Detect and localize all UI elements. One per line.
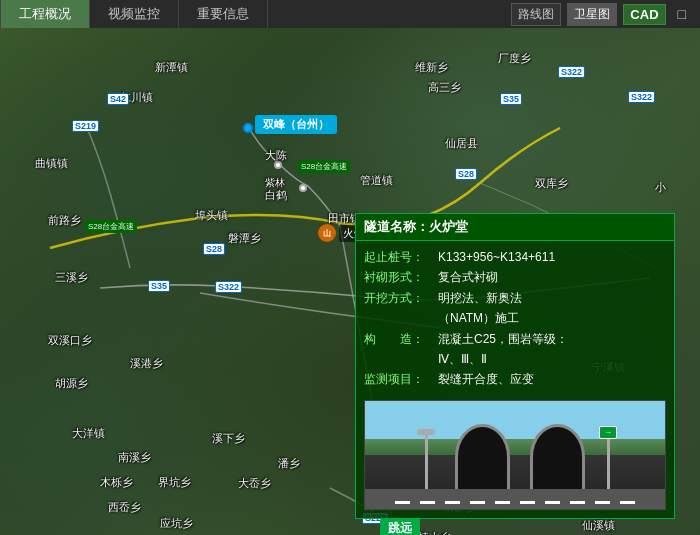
shield-s28-top: S28 bbox=[455, 168, 477, 180]
popup-row-5: 监测项目： 裂缝开合度、应变 bbox=[364, 369, 666, 389]
shield-s35-top: S35 bbox=[500, 93, 522, 105]
satellite-map-button[interactable]: 卫星图 bbox=[567, 3, 617, 26]
popup-value-2: 复合式衬砌 bbox=[438, 267, 498, 287]
popup-title: 隧道名称：火炉堂 bbox=[356, 214, 674, 241]
label-tiaoyuan: 跳远 bbox=[380, 518, 420, 535]
popup-value-4b: Ⅳ、Ⅲ、Ⅱ bbox=[438, 349, 487, 369]
popup-label-2: 衬砌形式： bbox=[364, 267, 434, 287]
cad-button[interactable]: CAD bbox=[623, 4, 665, 25]
map-controls: 路线图 卫星图 CAD □ bbox=[511, 0, 700, 28]
popup-value-3b: （NATM）施工 bbox=[438, 308, 519, 328]
popup-row-3b: （NATM）施工 bbox=[364, 308, 666, 328]
shield-s42: S42 bbox=[107, 93, 129, 105]
shield-s322-top: S322 bbox=[558, 66, 585, 78]
shield-s219: S219 bbox=[72, 120, 99, 132]
tab-video[interactable]: 视频监控 bbox=[90, 0, 179, 28]
popup-row-4: 构 造： 混凝土C25，围岩等级： bbox=[364, 329, 666, 349]
tunnel-img-hill bbox=[365, 439, 665, 455]
tunnel-hole-left bbox=[455, 424, 510, 489]
shield-s322-tr: S322 bbox=[628, 91, 655, 103]
popup-row-1: 起止桩号： K133+956~K134+611 bbox=[364, 247, 666, 267]
popup-row-2: 衬砌形式： 复合式衬砌 bbox=[364, 267, 666, 287]
dot-dachen bbox=[274, 161, 282, 169]
popup-value-1: K133+956~K134+611 bbox=[438, 247, 555, 267]
tunnel-road-sign: → bbox=[599, 426, 617, 439]
road-marking bbox=[395, 501, 635, 504]
dot-shuangfeng bbox=[243, 123, 253, 133]
popup-value-4: 混凝土C25，围岩等级： bbox=[438, 329, 568, 349]
tab-important[interactable]: 重要信息 bbox=[179, 0, 268, 28]
popup-label-3: 开挖方式： bbox=[364, 288, 434, 308]
popup-row-4b: Ⅳ、Ⅲ、Ⅱ bbox=[364, 349, 666, 369]
tunnel-image-sim: → bbox=[365, 401, 665, 509]
popup-tunnel-image: → bbox=[364, 400, 666, 510]
s28-highway-label-2: S28台金高速 bbox=[298, 160, 350, 173]
popup-value-3: 明挖法、新奥法 bbox=[438, 288, 522, 308]
tunnel-icon: 山 bbox=[318, 224, 336, 242]
popup-row-3: 开挖方式： 明挖法、新奥法 bbox=[364, 288, 666, 308]
tunnel-road bbox=[365, 489, 665, 509]
shield-s322-mid: S322 bbox=[215, 281, 242, 293]
tab-overview[interactable]: 工程概况 bbox=[0, 0, 90, 28]
tunnel-info-popup: 隧道名称：火炉堂 起止桩号： K133+956~K134+611 衬砌形式： 复… bbox=[355, 213, 675, 519]
popup-label-1: 起止桩号： bbox=[364, 247, 434, 267]
popup-label-3b bbox=[364, 308, 434, 328]
popup-label-4: 构 造： bbox=[364, 329, 434, 349]
popup-content: 起止桩号： K133+956~K134+611 衬砌形式： 复合式衬砌 开挖方式… bbox=[356, 241, 674, 396]
map-container[interactable]: 新潭镇 仁川镇 维新乡 高三乡 厂度乡 管道镇 仙居县 双库乡 曲镇镇 前路乡 … bbox=[0, 28, 700, 535]
popup-label-5: 监测项目： bbox=[364, 369, 434, 389]
popup-value-5: 裂缝开合度、应变 bbox=[438, 369, 534, 389]
top-bar: 工程概况 视频监控 重要信息 路线图 卫星图 CAD □ bbox=[0, 0, 700, 28]
pole-left bbox=[425, 429, 428, 489]
s28-highway-label-1: S28台金高速 bbox=[85, 220, 137, 233]
label-shuangfeng: 双峰（台州） bbox=[255, 115, 337, 134]
route-map-button[interactable]: 路线图 bbox=[511, 3, 561, 26]
popup-label-4b bbox=[364, 349, 434, 369]
shield-s35-mid: S35 bbox=[148, 280, 170, 292]
shield-s28-mid: S28 bbox=[203, 243, 225, 255]
window-button[interactable]: □ bbox=[672, 6, 692, 22]
tunnel-hole-right bbox=[530, 424, 585, 489]
dot-baihe bbox=[299, 184, 307, 192]
